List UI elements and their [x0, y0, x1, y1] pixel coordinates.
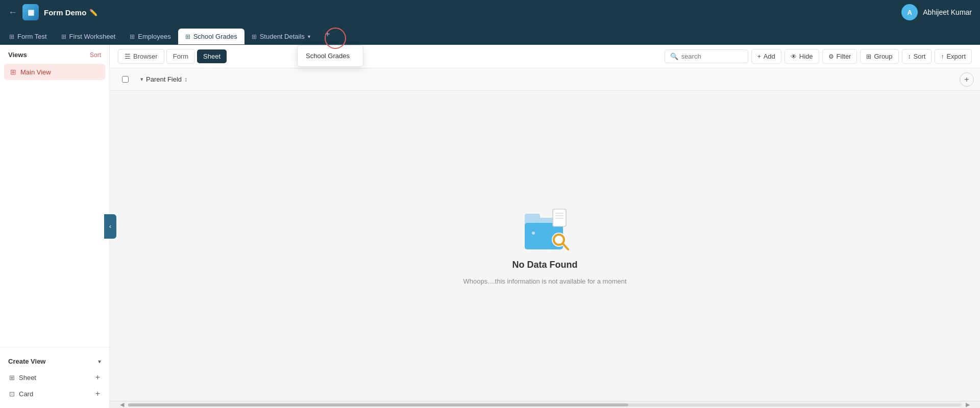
select-all-input[interactable] — [122, 76, 129, 83]
empty-state-title: No Data Found — [512, 260, 578, 270]
sidebar-item-main-view[interactable]: ⊞ Main View — [4, 64, 105, 80]
tab-label-employees: Employees — [138, 33, 170, 40]
filter-button[interactable]: ⚙ Filter — [822, 49, 857, 64]
scroll-left-arrow[interactable]: ◀ — [120, 401, 124, 408]
filter-icon: ⚙ — [828, 53, 834, 60]
main-view-label: Main View — [20, 68, 51, 76]
empty-folder-svg — [522, 207, 573, 252]
search-icon: 🔍 — [670, 53, 678, 60]
svg-rect-1 — [525, 214, 540, 221]
main-layout: Views Sort ⊞ Main View ‹ Create View ▾ ⊞… — [0, 45, 980, 408]
sort-button[interactable]: ↕ Sort — [902, 49, 932, 64]
top-bar-left: ← ▦ Form Demo ✏️ — [8, 4, 97, 20]
parent-field-label: Parent Field — [146, 75, 182, 83]
back-icon[interactable]: ← — [8, 7, 17, 18]
create-view-card-left: ⊡ Card — [9, 390, 33, 398]
svg-rect-3 — [553, 209, 566, 226]
sort-icon: ↕ — [908, 53, 911, 60]
tabs-bar: ⊞ Form Test ⊞ First Worksheet ⊞ Employee… — [0, 24, 980, 45]
search-box: 🔍 — [665, 49, 748, 63]
scroll-right-arrow[interactable]: ▶ — [966, 401, 970, 408]
sidebar-sort-button[interactable]: Sort — [90, 52, 101, 59]
hide-button[interactable]: 👁 Hide — [785, 49, 819, 64]
create-view-card[interactable]: ⊡ Card + — [4, 386, 105, 402]
toolbar: ☰ Browser Form Sheet 🔍 + Add — [110, 45, 980, 68]
browser-icon: ☰ — [125, 53, 131, 60]
add-tab-button[interactable]: + — [320, 26, 336, 42]
sidebar-header: Views Sort — [0, 45, 109, 63]
parent-field-column[interactable]: ▾ Parent Field ↕ — [134, 75, 193, 83]
group-button[interactable]: ⊞ Group — [860, 49, 898, 64]
tab-icon-student-details: ⊞ — [252, 33, 257, 40]
card-view-icon: ⊡ — [9, 390, 15, 398]
hide-label: Hide — [799, 53, 813, 60]
parent-field-sort-icon[interactable]: ↕ — [184, 76, 187, 83]
sort-label: Sort — [914, 53, 926, 60]
top-bar: ← ▦ Form Demo ✏️ A Abhijeet Kumar — [0, 0, 980, 24]
tab-student-details[interactable]: ⊞ Student Details ▾ — [244, 29, 317, 44]
export-button[interactable]: ↑ Export — [935, 49, 972, 64]
toolbar-left: ☰ Browser Form Sheet — [118, 49, 227, 64]
tab-icon-form-test: ⊞ — [9, 33, 14, 40]
tab-icon-school-grades: ⊞ — [185, 33, 190, 40]
tab-icon-employees: ⊞ — [130, 33, 135, 40]
add-button[interactable]: + Add — [751, 49, 781, 64]
app-logo: ▦ — [22, 4, 39, 20]
add-column-button[interactable]: + — [960, 72, 974, 87]
horizontal-scrollbar[interactable]: ◀ ▶ — [110, 401, 980, 408]
sidebar-collapse-button[interactable]: ‹ — [104, 214, 116, 239]
edit-icon[interactable]: ✏️ — [89, 9, 97, 16]
sheet-view-icon: ⊞ — [9, 374, 15, 381]
export-label: Export — [946, 53, 966, 60]
tab-first-worksheet[interactable]: ⊞ First Worksheet — [54, 29, 123, 44]
add-label: Add — [764, 53, 775, 60]
tab-form-test[interactable]: ⊞ Form Test — [2, 29, 54, 44]
tab-icon-first-worksheet: ⊞ — [61, 33, 66, 40]
sheet-label: Sheet — [203, 53, 220, 60]
scroll-track[interactable] — [128, 403, 962, 406]
tab-label-student-details: Student Details — [260, 33, 305, 40]
sidebar-views-title: Views — [8, 51, 27, 59]
plus-icon: + — [964, 75, 969, 84]
empty-state-subtitle: Whoops....this information is not availa… — [463, 277, 626, 285]
app-title-text: Form Demo — [44, 8, 86, 17]
avatar: A — [901, 4, 918, 20]
tab-label-form-test: Form Test — [17, 33, 47, 40]
select-all-checkbox[interactable] — [116, 76, 134, 83]
sidebar-bottom: Create View ▾ ⊞ Sheet + ⊡ Card + — [0, 347, 109, 408]
parent-field-chevron-icon: ▾ — [140, 76, 143, 83]
empty-state-icon — [522, 207, 568, 252]
sheet-button[interactable]: Sheet — [197, 49, 227, 63]
table-header-row: ▾ Parent Field ↕ + — [110, 68, 980, 91]
group-icon: ⊞ — [866, 53, 871, 60]
create-view-header: Create View ▾ — [4, 353, 105, 369]
card-view-add-icon[interactable]: + — [95, 389, 100, 398]
chevron-left-icon: ‹ — [109, 223, 111, 230]
logo-icon: ▦ — [28, 8, 34, 16]
search-input[interactable] — [681, 53, 743, 60]
form-button[interactable]: Form — [166, 49, 195, 64]
chevron-down-icon: ▾ — [308, 34, 310, 39]
tab-employees[interactable]: ⊞ Employees — [122, 29, 178, 44]
dropdown-item-school-grades[interactable]: School Grades — [298, 47, 363, 64]
scroll-thumb[interactable] — [128, 403, 628, 406]
tab-label-first-worksheet: First Worksheet — [69, 33, 116, 40]
export-icon: ↑ — [941, 53, 944, 60]
create-view-sheet[interactable]: ⊞ Sheet + — [4, 369, 105, 386]
group-label: Group — [874, 53, 892, 60]
browser-button[interactable]: ☰ Browser — [118, 49, 164, 64]
create-view-chevron-icon[interactable]: ▾ — [98, 358, 101, 365]
sheet-view-label: Sheet — [19, 374, 36, 381]
school-grades-dropdown: School Grades — [297, 45, 363, 67]
app-title: Form Demo ✏️ — [44, 8, 97, 17]
content-area: ☰ Browser Form Sheet 🔍 + Add — [110, 45, 980, 408]
form-label: Form — [173, 53, 188, 60]
svg-line-10 — [563, 244, 568, 249]
create-view-title: Create View — [8, 358, 45, 365]
sidebar: Views Sort ⊞ Main View ‹ Create View ▾ ⊞… — [0, 45, 110, 408]
add-icon: + — [757, 53, 761, 60]
create-view-sheet-left: ⊞ Sheet — [9, 374, 36, 381]
top-bar-right: A Abhijeet Kumar — [901, 4, 972, 20]
tab-school-grades[interactable]: ⊞ School Grades — [178, 29, 244, 44]
sheet-view-add-icon[interactable]: + — [95, 373, 100, 382]
